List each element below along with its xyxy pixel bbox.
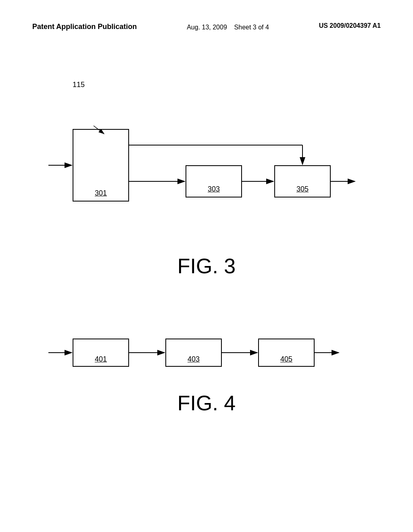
sheet-info: Sheet 3 of 4 [234, 24, 269, 31]
fig4-caption: FIG. 4 [32, 391, 381, 415]
fig3-diagram: 301 303 305 [32, 113, 381, 226]
box-303-label: 303 [208, 185, 220, 193]
page-header: Patent Application Publication Aug. 13, … [0, 22, 413, 33]
publication-title: Patent Application Publication [32, 22, 137, 31]
fig4-caption-text: FIG. 4 [177, 391, 236, 415]
box-401-label: 401 [95, 355, 107, 364]
box-301-label: 301 [95, 189, 107, 197]
box-305: 305 [274, 165, 331, 197]
fig4-diagram: 401 403 405 [32, 330, 381, 379]
box-403-label: 403 [188, 355, 200, 364]
publication-number: US 2009/0204397 A1 [319, 22, 381, 29]
publication-date-sheet: Aug. 13, 2009 Sheet 3 of 4 [187, 22, 269, 33]
fig3-caption: FIG. 3 [32, 254, 381, 278]
box-305-label: 305 [296, 185, 309, 193]
box-403: 403 [165, 339, 222, 367]
publication-date: Aug. 13, 2009 [187, 24, 227, 31]
box-405-label: 405 [280, 355, 292, 364]
box-303: 303 [186, 165, 242, 197]
box-401: 401 [73, 339, 129, 367]
box-405: 405 [258, 339, 315, 367]
fig3-caption-text: FIG. 3 [177, 254, 236, 278]
page: Patent Application Publication Aug. 13, … [0, 0, 413, 532]
box-301: 301 [73, 129, 129, 202]
reference-115-label: 115 [73, 81, 85, 89]
